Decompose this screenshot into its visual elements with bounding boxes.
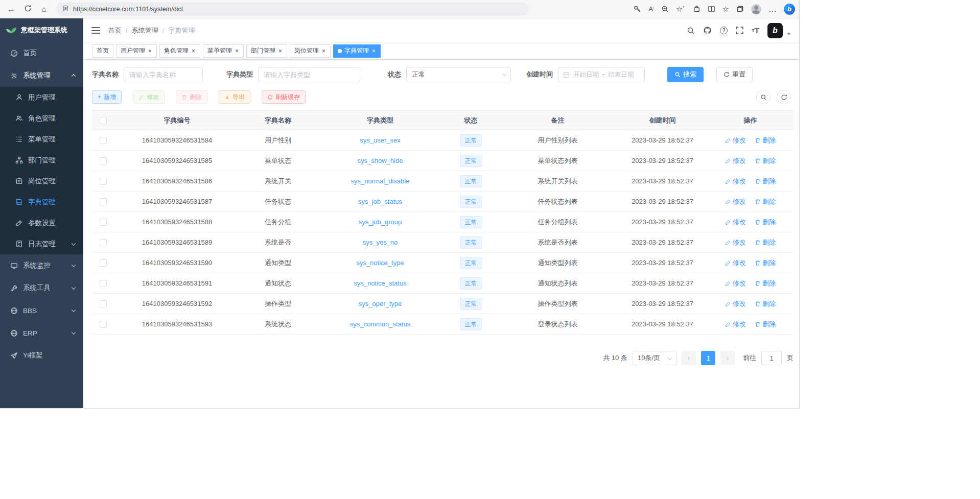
refresh-table-button[interactable] bbox=[777, 90, 791, 104]
sidebar-item-system[interactable]: 系统管理 bbox=[0, 64, 83, 87]
row-delete-button[interactable]: 删除 bbox=[755, 258, 776, 268]
tab[interactable]: 岗位管理 × bbox=[290, 44, 331, 58]
favorites-icon[interactable]: ☆ bbox=[722, 5, 729, 14]
export-button[interactable]: 导出 bbox=[219, 90, 250, 104]
tab[interactable]: 首页 bbox=[92, 44, 113, 58]
fullscreen-icon[interactable] bbox=[736, 27, 743, 34]
breadcrumb-system[interactable]: 系统管理 bbox=[132, 26, 158, 35]
row-checkbox[interactable] bbox=[100, 178, 107, 185]
row-checkbox[interactable] bbox=[100, 321, 107, 328]
close-icon[interactable]: × bbox=[278, 48, 283, 54]
sidebar-item-monitor[interactable]: 系统监控 bbox=[0, 254, 83, 277]
row-edit-button[interactable]: 修改 bbox=[725, 299, 746, 308]
row-edit-button[interactable]: 修改 bbox=[725, 156, 746, 165]
row-checkbox[interactable] bbox=[100, 259, 107, 267]
extensions-icon[interactable] bbox=[693, 5, 701, 13]
row-edit-button[interactable]: 修改 bbox=[725, 197, 746, 206]
tab[interactable]: 角色管理 × bbox=[159, 44, 200, 58]
user-avatar[interactable]: b bbox=[767, 23, 783, 38]
dict-type-link[interactable]: sys_normal_disable bbox=[351, 177, 410, 185]
sidebar-item-home[interactable]: 首页 bbox=[0, 42, 83, 64]
close-icon[interactable]: × bbox=[191, 48, 196, 54]
close-icon[interactable]: × bbox=[321, 48, 326, 54]
hamburger-icon[interactable] bbox=[91, 27, 100, 34]
page-1-button[interactable]: 1 bbox=[701, 351, 715, 365]
prev-page-button[interactable]: ‹ bbox=[682, 351, 696, 365]
dict-type-link[interactable]: sys_common_status bbox=[350, 320, 411, 328]
next-page-button[interactable]: › bbox=[720, 351, 735, 365]
sidebar-item-user[interactable]: 用户管理 bbox=[0, 87, 83, 108]
split-screen-icon[interactable] bbox=[708, 5, 715, 13]
row-delete-button[interactable]: 删除 bbox=[755, 136, 776, 145]
dict-type-link[interactable]: sys_job_group bbox=[359, 218, 402, 226]
row-checkbox[interactable] bbox=[100, 300, 107, 307]
caret-down-icon[interactable] bbox=[787, 33, 791, 35]
row-edit-button[interactable]: 修改 bbox=[725, 238, 746, 247]
row-delete-button[interactable]: 删除 bbox=[755, 299, 776, 308]
row-delete-button[interactable]: 删除 bbox=[755, 156, 776, 165]
date-range-picker[interactable]: 开始日期 - 结束日期 bbox=[558, 67, 645, 82]
sidebar-item-tools[interactable]: 系统工具 bbox=[0, 277, 83, 299]
font-size-icon[interactable]: TT bbox=[752, 26, 759, 35]
row-checkbox[interactable] bbox=[100, 219, 107, 226]
toggle-search-button[interactable] bbox=[756, 90, 771, 104]
app-logo[interactable]: 意框架管理系统 bbox=[0, 18, 83, 42]
password-key-icon[interactable] bbox=[634, 5, 641, 13]
profile-avatar[interactable] bbox=[751, 4, 761, 14]
goto-page-input[interactable] bbox=[761, 351, 782, 365]
row-checkbox[interactable] bbox=[100, 239, 107, 246]
sidebar-item-role[interactable]: 角色管理 bbox=[0, 108, 83, 129]
tab[interactable]: 部门管理 × bbox=[246, 44, 287, 58]
bing-copilot-icon[interactable]: b▾ bbox=[784, 4, 793, 15]
read-aloud-icon[interactable]: A⁾ bbox=[648, 5, 654, 13]
zoom-out-icon[interactable] bbox=[661, 5, 669, 13]
row-delete-button[interactable]: 删除 bbox=[755, 218, 776, 227]
edit-button[interactable]: 修改 bbox=[133, 90, 165, 104]
sidebar-item-dept[interactable]: 部门管理 bbox=[0, 150, 83, 171]
row-checkbox[interactable] bbox=[100, 157, 107, 164]
row-edit-button[interactable]: 修改 bbox=[725, 136, 746, 145]
add-button[interactable]: + 新增 bbox=[92, 90, 122, 104]
sidebar-item-erp[interactable]: ERP bbox=[0, 322, 83, 344]
breadcrumb-home[interactable]: 首页 bbox=[108, 26, 122, 35]
refresh-cache-button[interactable]: 刷新缓存 bbox=[262, 90, 306, 104]
dict-type-link[interactable]: sys_notice_type bbox=[356, 259, 404, 267]
select-all-checkbox[interactable] bbox=[100, 117, 107, 124]
row-delete-button[interactable]: 删除 bbox=[755, 279, 776, 288]
refresh-button[interactable] bbox=[20, 3, 35, 16]
delete-button[interactable]: 删除 bbox=[176, 90, 207, 104]
collections-icon[interactable] bbox=[736, 5, 744, 13]
sidebar-item-menu[interactable]: 菜单管理 bbox=[0, 129, 83, 150]
row-delete-button[interactable]: 删除 bbox=[755, 197, 776, 206]
search-icon[interactable] bbox=[687, 27, 695, 35]
close-icon[interactable]: × bbox=[371, 48, 376, 54]
row-edit-button[interactable]: 修改 bbox=[725, 177, 746, 186]
home-button[interactable]: ⌂ bbox=[37, 3, 51, 16]
sidebar-item-bbs[interactable]: BBS bbox=[0, 299, 83, 322]
row-checkbox[interactable] bbox=[100, 198, 107, 205]
row-edit-button[interactable]: 修改 bbox=[725, 279, 746, 288]
sidebar-item-param[interactable]: 参数设置 bbox=[0, 212, 83, 233]
row-checkbox[interactable] bbox=[100, 137, 107, 144]
dict-type-link[interactable]: sys_show_hide bbox=[358, 157, 403, 164]
close-icon[interactable]: × bbox=[148, 48, 152, 54]
search-button[interactable]: 搜索 bbox=[667, 67, 704, 82]
row-delete-button[interactable]: 删除 bbox=[755, 320, 776, 329]
dict-type-link[interactable]: sys_notice_status bbox=[354, 279, 406, 287]
favorites-add-icon[interactable]: ☆+ bbox=[676, 5, 686, 14]
github-icon[interactable] bbox=[703, 26, 712, 35]
dict-type-input[interactable] bbox=[258, 67, 360, 82]
row-edit-button[interactable]: 修改 bbox=[725, 258, 746, 268]
row-checkbox[interactable] bbox=[100, 280, 107, 287]
back-button[interactable]: ← bbox=[4, 3, 18, 16]
dict-name-input[interactable] bbox=[124, 67, 203, 82]
dict-type-link[interactable]: sys_user_sex bbox=[360, 136, 400, 144]
sidebar-item-dict[interactable]: 字典管理 bbox=[0, 192, 83, 212]
reset-button[interactable]: 重置 bbox=[716, 67, 753, 82]
page-size-select[interactable]: 10条/页 bbox=[633, 351, 676, 365]
sidebar-item-yi[interactable]: Yi框架 bbox=[0, 344, 83, 367]
sidebar-item-post[interactable]: 岗位管理 bbox=[0, 171, 83, 192]
dict-type-link[interactable]: sys_oper_type bbox=[359, 300, 402, 307]
row-delete-button[interactable]: 删除 bbox=[755, 177, 776, 186]
dict-type-link[interactable]: sys_yes_no bbox=[363, 239, 398, 246]
